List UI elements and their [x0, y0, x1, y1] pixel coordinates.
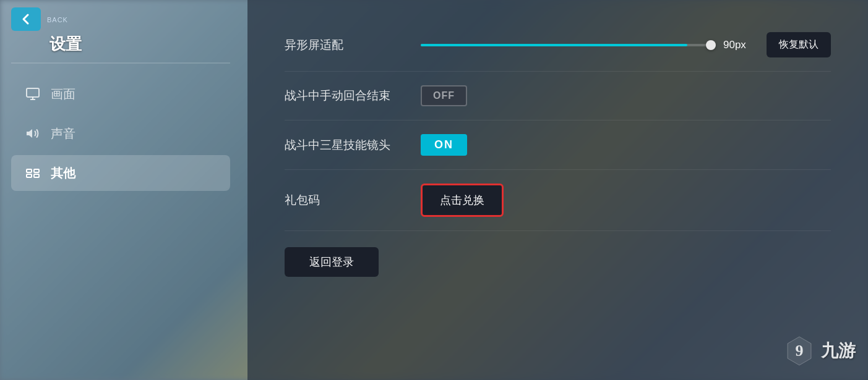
three-star-camera-control: ON [421, 134, 831, 156]
svg-rect-4 [27, 169, 32, 172]
redeem-button[interactable]: 点击兑换 [421, 184, 504, 217]
sidebar-item-display[interactable]: 画面 [11, 76, 230, 112]
manual-round-end-label: 战斗中手动回合结束 [285, 88, 421, 104]
slider-track[interactable] [421, 44, 711, 46]
svg-rect-6 [27, 174, 32, 177]
notch-fit-label: 异形屏适配 [285, 37, 421, 53]
svg-marker-3 [27, 129, 32, 138]
watermark-label: 九游 [821, 339, 856, 363]
display-icon [24, 85, 42, 103]
other-icon [24, 164, 42, 182]
restore-default-button[interactable]: 恢复默认 [767, 32, 831, 57]
sidebar-item-sound[interactable]: 声音 [11, 116, 230, 151]
setting-row-manual-round-end: 战斗中手动回合结束 OFF [285, 72, 831, 120]
back-button-row: BACK [0, 0, 241, 33]
svg-text:9: 9 [796, 342, 804, 360]
notch-fit-slider-container [421, 44, 711, 46]
sidebar-label-other: 其他 [51, 165, 75, 182]
slider-fill [421, 44, 687, 46]
toggle-on-camera[interactable]: ON [421, 134, 467, 156]
sidebar-label-display: 画面 [51, 86, 75, 103]
setting-row-three-star-camera: 战斗中三星技能镜头 ON [285, 120, 831, 170]
return-to-login-button[interactable]: 返回登录 [285, 247, 379, 277]
three-star-camera-label: 战斗中三星技能镜头 [285, 137, 421, 153]
svg-rect-7 [34, 174, 39, 177]
jiuyou-logo-icon: 9 [783, 334, 816, 368]
slider-thumb [706, 40, 716, 50]
toggle-off-label: OFF [433, 90, 455, 101]
toggle-off-manual[interactable]: OFF [421, 85, 467, 106]
slider-value: 90px [723, 39, 754, 51]
setting-row-gift-code: 礼包码 点击兑换 [285, 170, 831, 231]
sidebar-item-other[interactable]: 其他 [11, 155, 230, 191]
svg-rect-0 [27, 88, 39, 97]
return-row: 返回登录 [285, 231, 831, 277]
page-title: 设置 [49, 35, 82, 53]
svg-rect-5 [34, 169, 39, 172]
back-label: BACK [47, 16, 68, 23]
gift-code-control: 点击兑换 [421, 184, 831, 217]
notch-fit-control: 90px 恢复默认 [421, 32, 831, 57]
sidebar: BACK 设置 画面 声音 [0, 0, 241, 380]
sound-icon [24, 124, 42, 143]
back-button[interactable] [11, 7, 41, 31]
sidebar-label-sound: 声音 [51, 125, 75, 142]
gift-code-label: 礼包码 [285, 192, 421, 208]
watermark: 9 九游 [783, 334, 856, 368]
sidebar-nav: 画面 声音 其他 [0, 64, 241, 203]
setting-row-notch-fit: 异形屏适配 90px 恢复默认 [285, 19, 831, 72]
main-panel: 异形屏适配 90px 恢复默认 战斗中手动回合结束 OFF 战斗中三星技能镜头 … [247, 0, 868, 380]
manual-round-end-control: OFF [421, 85, 831, 106]
